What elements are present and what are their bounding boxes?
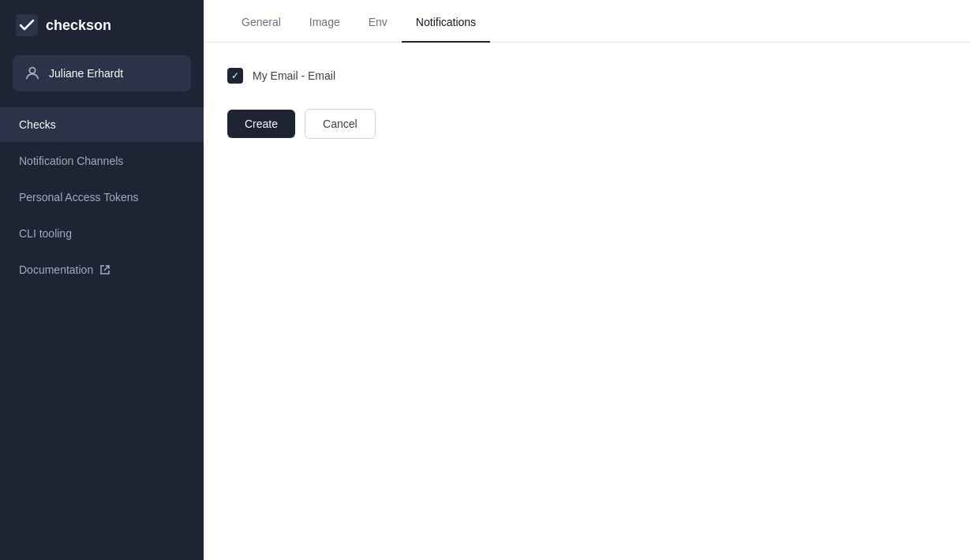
user-icon xyxy=(24,65,41,82)
logo-text: checkson xyxy=(46,17,111,34)
sidebar-item-personal-access-tokens[interactable]: Personal Access Tokens xyxy=(0,180,204,215)
external-link-icon xyxy=(99,264,110,275)
user-menu[interactable]: Juliane Erhardt xyxy=(13,55,191,91)
notification-channel-checkbox[interactable]: ✓ xyxy=(227,68,243,84)
sidebar-navigation: Checks Notification Channels Personal Ac… xyxy=(0,101,204,293)
sidebar-item-label-documentation: Documentation xyxy=(19,263,93,276)
checkbox-check-icon: ✓ xyxy=(231,70,239,81)
cancel-button[interactable]: Cancel xyxy=(305,109,376,139)
sidebar-item-checks[interactable]: Checks xyxy=(0,107,204,142)
create-button[interactable]: Create xyxy=(227,110,295,138)
svg-rect-0 xyxy=(16,14,38,36)
sidebar-item-cli-tooling[interactable]: CLI tooling xyxy=(0,216,204,251)
user-name: Juliane Erhardt xyxy=(49,67,123,80)
content-area: ✓ My Email - Email Create Cancel xyxy=(204,43,970,560)
sidebar-item-documentation[interactable]: Documentation xyxy=(0,252,204,287)
svg-point-1 xyxy=(29,68,35,73)
tab-general[interactable]: General xyxy=(227,0,295,43)
sidebar-item-label-personal-access-tokens: Personal Access Tokens xyxy=(19,191,139,203)
tab-image[interactable]: Image xyxy=(295,0,354,43)
sidebar-item-label-notification-channels: Notification Channels xyxy=(19,155,123,167)
sidebar-item-label-cli-tooling: CLI tooling xyxy=(19,227,72,240)
logo: checkson xyxy=(0,0,204,50)
tab-notifications[interactable]: Notifications xyxy=(402,0,490,43)
notification-channel-item: ✓ My Email - Email xyxy=(227,68,946,84)
sidebar-item-label-checks: Checks xyxy=(19,118,56,131)
sidebar: checkson Juliane Erhardt Checks Notifica… xyxy=(0,0,204,560)
actions-row: Create Cancel xyxy=(227,109,946,139)
logo-icon xyxy=(16,14,38,36)
tabs-bar: General Image Env Notifications xyxy=(204,0,970,43)
notification-channel-label: My Email - Email xyxy=(253,69,335,82)
main-content: General Image Env Notifications ✓ My Ema… xyxy=(204,0,970,560)
sidebar-item-notification-channels[interactable]: Notification Channels xyxy=(0,144,204,178)
tab-env[interactable]: Env xyxy=(354,0,402,43)
